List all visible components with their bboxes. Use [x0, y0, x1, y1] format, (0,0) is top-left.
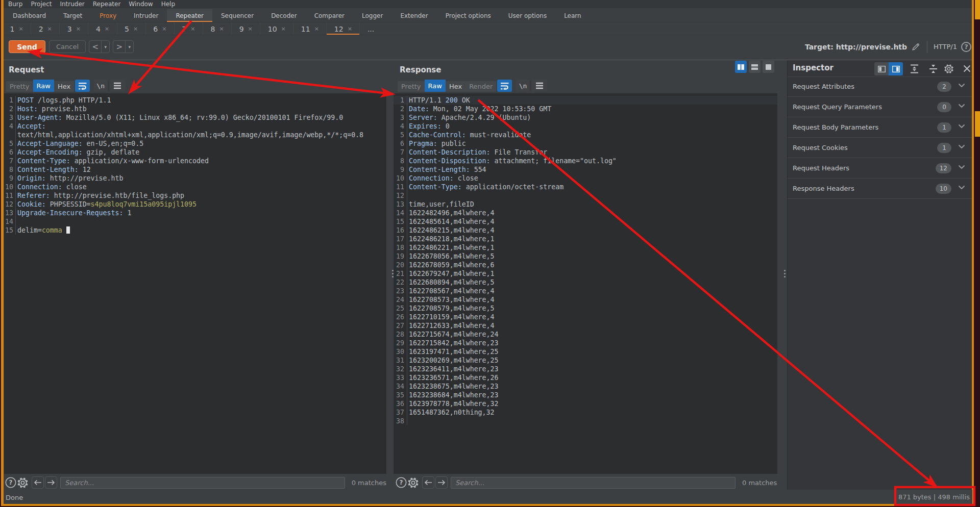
response-show-newlines-toggle[interactable]: \n: [516, 80, 529, 92]
chevron-down-icon[interactable]: [958, 83, 965, 88]
menu-burp[interactable]: Burp: [4, 1, 27, 8]
request-search-help-icon[interactable]: ?: [5, 477, 16, 488]
request-tab-pretty[interactable]: Pretty: [6, 81, 33, 92]
show-newlines-toggle[interactable]: \n: [94, 80, 107, 92]
tab-target[interactable]: Target: [55, 9, 91, 22]
response-search-prev-button[interactable]: [422, 476, 434, 489]
repeater-tab-7[interactable]: 7×: [175, 22, 203, 35]
tab-logger[interactable]: Logger: [353, 9, 391, 22]
repeater-tab-more[interactable]: ...: [360, 22, 381, 35]
repeater-tab-12[interactable]: 12×: [327, 22, 360, 35]
menu-help[interactable]: Help: [157, 1, 179, 8]
chevron-down-icon[interactable]: [958, 144, 965, 149]
close-tab-icon[interactable]: ×: [133, 26, 138, 32]
repeater-tab-5[interactable]: 5×: [117, 22, 146, 35]
previous-dropdown-icon[interactable]: ▾: [102, 44, 109, 49]
repeater-tab-4[interactable]: 4×: [88, 22, 117, 35]
expand-all-icon[interactable]: [910, 64, 919, 73]
tab-comparer[interactable]: Comparer: [306, 9, 353, 22]
close-tab-icon[interactable]: ×: [314, 26, 319, 32]
close-tab-icon[interactable]: ×: [18, 26, 23, 32]
repeater-tab-11[interactable]: 11×: [293, 22, 327, 35]
next-dropdown-icon[interactable]: ▾: [126, 44, 133, 49]
repeater-tab-1[interactable]: 1×: [3, 22, 31, 35]
menu-project[interactable]: Project: [27, 1, 56, 8]
response-search-help-icon[interactable]: ?: [396, 477, 407, 488]
repeater-tab-6[interactable]: 6×: [146, 22, 175, 35]
close-tab-icon[interactable]: ×: [162, 26, 166, 32]
close-tab-icon[interactable]: ×: [190, 26, 195, 32]
response-wrap-lines-toggle[interactable]: [497, 80, 512, 92]
inspector-section-request-headers[interactable]: Request Headers12: [788, 158, 972, 179]
close-tab-icon[interactable]: ×: [76, 26, 81, 32]
inspector-section-response-headers[interactable]: Response Headers10: [788, 179, 972, 199]
request-editor[interactable]: 1POST /logs.php HTTP/1.12Host: previse.h…: [4, 93, 386, 474]
response-tab-render[interactable]: Render: [465, 81, 496, 92]
wrap-lines-toggle[interactable]: [75, 80, 90, 92]
tab-repeater[interactable]: Repeater: [167, 9, 212, 22]
request-tab-raw[interactable]: Raw: [33, 80, 54, 92]
inspector-dock-right-button[interactable]: [889, 62, 903, 75]
repeater-tab-9[interactable]: 9×: [232, 22, 260, 35]
next-request-button[interactable]: > ▾: [113, 40, 134, 53]
repeater-tab-8[interactable]: 8×: [203, 22, 232, 35]
request-tab-hex[interactable]: Hex: [54, 81, 74, 92]
request-menu-button[interactable]: [110, 80, 125, 92]
request-search-input[interactable]: Search...: [60, 477, 345, 489]
inspector-settings-icon[interactable]: [944, 64, 954, 74]
collapse-all-icon[interactable]: [929, 64, 938, 73]
menu-repeater[interactable]: Repeater: [89, 1, 125, 8]
close-tab-icon[interactable]: ×: [281, 26, 286, 32]
inspector-section-request-query-parameters[interactable]: Request Query Parameters0: [788, 97, 972, 117]
response-tab-raw[interactable]: Raw: [425, 80, 446, 92]
inspector-section-request-attributes[interactable]: Request Attributes2: [788, 77, 972, 97]
cancel-button[interactable]: Cancel: [49, 40, 86, 53]
tab-user-options[interactable]: User options: [500, 9, 555, 22]
close-tab-icon[interactable]: ×: [219, 26, 224, 32]
layout-columns-button[interactable]: [735, 61, 747, 73]
close-tab-icon[interactable]: ×: [47, 26, 52, 32]
edit-target-icon[interactable]: [911, 42, 921, 52]
response-search-next-button[interactable]: [435, 476, 448, 489]
tab-dashboard[interactable]: Dashboard: [4, 9, 55, 22]
repeater-tab-10[interactable]: 10×: [260, 22, 293, 35]
http-version-label[interactable]: HTTP/1: [934, 43, 957, 50]
inspector-close-icon[interactable]: [963, 65, 971, 72]
repeater-tab-3[interactable]: 3×: [60, 22, 88, 35]
tab-extender[interactable]: Extender: [391, 9, 436, 22]
tab-project-options[interactable]: Project options: [437, 9, 500, 22]
tab-learn[interactable]: Learn: [555, 9, 590, 22]
response-tab-hex[interactable]: Hex: [446, 81, 465, 92]
tab-intruder[interactable]: Intruder: [125, 9, 167, 22]
repeater-tab-2[interactable]: 2×: [31, 22, 60, 35]
chevron-down-icon[interactable]: [958, 185, 965, 190]
chevron-down-icon[interactable]: [958, 124, 965, 129]
close-tab-icon[interactable]: ×: [348, 26, 352, 32]
chevron-down-icon[interactable]: [958, 104, 965, 108]
inspector-section-request-body-parameters[interactable]: Request Body Parameters1: [788, 117, 972, 138]
tab-proxy[interactable]: Proxy: [91, 9, 125, 22]
close-tab-icon[interactable]: ×: [105, 26, 109, 32]
help-icon[interactable]: ?: [961, 42, 971, 52]
tab-sequencer[interactable]: Sequencer: [212, 9, 262, 22]
close-tab-icon[interactable]: ×: [248, 26, 253, 32]
response-search-input[interactable]: Search...: [451, 477, 736, 489]
layout-single-button[interactable]: [763, 61, 774, 73]
inspector-splitter-handle[interactable]: [784, 270, 786, 277]
previous-request-button[interactable]: < ▾: [89, 40, 110, 53]
request-search-prev-button[interactable]: [32, 476, 44, 489]
layout-rows-button[interactable]: [749, 61, 761, 73]
chevron-down-icon[interactable]: [958, 165, 965, 169]
response-search-settings-icon[interactable]: [407, 477, 419, 489]
inspector-dock-left-button[interactable]: [874, 62, 889, 75]
inspector-section-request-cookies[interactable]: Request Cookies1: [788, 138, 972, 158]
request-search-next-button[interactable]: [45, 476, 57, 489]
send-button[interactable]: Send: [9, 40, 45, 53]
response-tab-pretty[interactable]: Pretty: [398, 81, 425, 92]
response-menu-button[interactable]: [532, 80, 547, 92]
request-search-settings-icon[interactable]: [17, 477, 29, 489]
menu-window[interactable]: Window: [125, 1, 157, 8]
response-editor[interactable]: 1HTTP/1.1 200 OK2Date: Mon, 02 May 2022 …: [394, 93, 777, 474]
tab-decoder[interactable]: Decoder: [262, 9, 306, 22]
menu-intruder[interactable]: Intruder: [56, 1, 88, 8]
